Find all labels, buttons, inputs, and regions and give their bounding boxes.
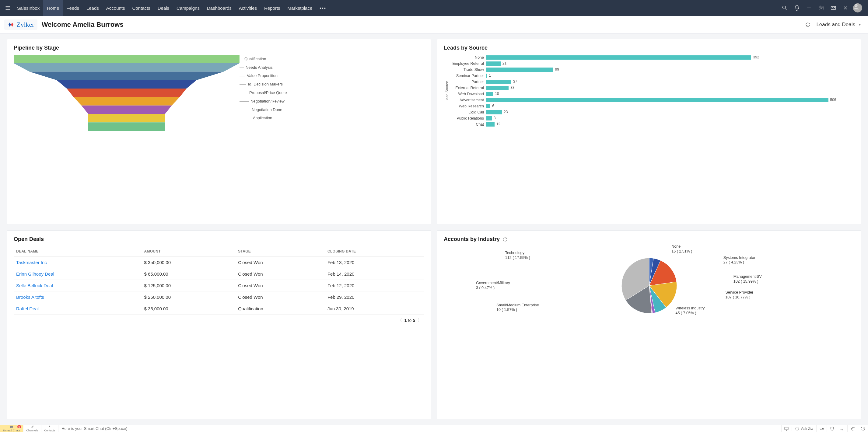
bell-icon[interactable]	[791, 2, 802, 13]
nav-item-campaigns[interactable]: Campaigns	[173, 0, 203, 16]
nav-item-contacts[interactable]: Contacts	[129, 0, 154, 16]
bar-fill	[486, 98, 829, 102]
bar-label: Cold Call	[451, 110, 486, 114]
funnel-chart	[14, 55, 240, 131]
bar-value: 33	[508, 86, 514, 90]
svg-text:31: 31	[820, 8, 822, 9]
deal-amount: $ 35,000.00	[142, 303, 236, 314]
top-nav: SalesInboxHomeFeedsLeadsAccountsContacts…	[0, 0, 868, 16]
bar-fill	[486, 68, 553, 72]
dashboard: Pipeline by Stage QualificationNeeds Ana…	[0, 33, 868, 425]
svg-marker-6	[14, 63, 240, 72]
search-icon[interactable]	[779, 2, 790, 13]
bar-fill	[486, 55, 751, 60]
funnel-stage-label: Negotiation Done	[240, 107, 282, 112]
nav-item-marketplace[interactable]: Marketplace	[284, 0, 316, 16]
nav-item-reports[interactable]: Reports	[260, 0, 284, 16]
sub-header: Zylker Welcome Amelia Burrows Leads and …	[0, 16, 868, 33]
nav-item-leads[interactable]: Leads	[83, 0, 102, 16]
bar-chart: None392Employee Referral21Trade Show99Se…	[451, 55, 854, 128]
bar-value: 6	[490, 104, 494, 108]
svg-marker-8	[57, 80, 196, 89]
svg-marker-7	[30, 72, 224, 80]
funnel-stage-label: Needs Analysis	[240, 65, 273, 70]
funnel-stage-label: Qualification	[240, 57, 266, 61]
table-header: AMOUNT	[142, 246, 236, 257]
nav-more[interactable]: •••	[316, 5, 330, 11]
svg-marker-5	[14, 55, 240, 63]
plus-icon[interactable]	[804, 2, 814, 13]
table-row: Raftel Deal$ 35,000.00QualificationJun 3…	[14, 303, 424, 314]
nav-item-deals[interactable]: Deals	[154, 0, 173, 16]
bar-value: 1	[487, 73, 491, 77]
nav-item-salesinbox[interactable]: SalesInbox	[13, 0, 43, 16]
deal-amount: $ 125,000.00	[142, 280, 236, 292]
pager-current: 1	[404, 318, 407, 323]
deal-name-link[interactable]: Raftel Deal	[14, 303, 142, 314]
bar-row: Web Download10	[451, 91, 851, 97]
table-row: Brooks Altofts$ 250,000.00Closed WonFeb …	[14, 292, 424, 303]
nav-item-feeds[interactable]: Feeds	[63, 0, 83, 16]
calendar-icon[interactable]: 31	[816, 2, 827, 13]
table-row: Taskmaster Inc$ 350,000.00Closed WonFeb …	[14, 257, 424, 268]
deal-name-link[interactable]: Taskmaster Inc	[14, 257, 142, 268]
nav-item-activities[interactable]: Activities	[235, 0, 260, 16]
view-select[interactable]: Leads and Deals ▾	[816, 22, 864, 28]
nav-item-accounts[interactable]: Accounts	[102, 0, 129, 16]
hamburger-icon[interactable]	[2, 2, 13, 13]
deal-name-link[interactable]: Brooks Altofts	[14, 292, 142, 303]
tools-icon[interactable]	[840, 2, 851, 13]
bar-row: Web Research6	[451, 103, 851, 109]
table-row: Selle Bellock Deal$ 125,000.00Closed Won…	[14, 280, 424, 292]
bar-value: 12	[495, 122, 500, 126]
refresh-icon[interactable]	[804, 21, 811, 28]
bar-value: 99	[553, 67, 559, 71]
pie-chart: None16 ( 2.51% )Systems Integrator27 ( 4…	[444, 246, 854, 325]
deal-closing: Feb 29, 2020	[325, 292, 424, 303]
bar-label: Chat	[451, 122, 486, 127]
bar-row: Trade Show99	[451, 67, 851, 72]
pie-slice-label: Service Provider107 ( 16.77% )	[725, 291, 753, 300]
nav-item-home[interactable]: Home	[43, 0, 63, 16]
deal-amount: $ 350,000.00	[142, 257, 236, 268]
card-pipeline-by-stage: Pipeline by Stage QualificationNeeds Ana…	[7, 39, 431, 225]
page-title: Welcome Amelia Burrows	[42, 21, 124, 29]
nav-item-dashboards[interactable]: Dashboards	[203, 0, 235, 16]
deal-closing: Feb 13, 2020	[325, 257, 424, 268]
bar-label: External Referral	[451, 86, 486, 90]
pager-prev[interactable]: 〈	[397, 318, 403, 323]
deal-stage: Closed Won	[236, 280, 325, 292]
refresh-icon[interactable]	[502, 236, 508, 242]
brand-logo[interactable]: Zylker	[4, 20, 37, 30]
pie-slice-label: Technology112 ( 17.55% )	[505, 251, 530, 260]
bar-value: 37	[511, 79, 517, 84]
pager-total: 5	[413, 318, 415, 323]
svg-marker-11	[82, 106, 172, 114]
pie-slice-label: Wireless Industry45 ( 7.05% )	[675, 306, 705, 316]
table-header: DEAL NAME	[14, 246, 142, 257]
deal-amount: $ 250,000.00	[142, 292, 236, 303]
bar-row: Cold Call23	[451, 109, 851, 115]
funnel-stage-label: Proposal/Price Quote	[240, 90, 287, 95]
brand-text: Zylker	[17, 21, 34, 29]
bar-row: External Referral33	[451, 85, 851, 91]
bar-row: Chat12	[451, 122, 851, 127]
table-header: CLOSING DATE	[325, 246, 424, 257]
bar-label: Seminar Partner	[451, 74, 486, 78]
bar-value: 10	[493, 92, 499, 96]
funnel-stage-label: Negotiation/Review	[240, 99, 285, 103]
avatar[interactable]	[852, 2, 863, 13]
deal-name-link[interactable]: Erinn Gilhooy Deal	[14, 268, 142, 280]
bar-label: None	[451, 55, 486, 60]
svg-point-0	[782, 6, 785, 9]
mail-icon[interactable]	[828, 2, 839, 13]
bar-label: Employee Referral	[451, 62, 486, 66]
pager-next[interactable]: 〉	[416, 318, 423, 323]
card-title: Pipeline by Stage	[14, 45, 424, 51]
pie-slice-label: None16 ( 2.51% )	[672, 244, 692, 254]
svg-marker-10	[74, 97, 180, 106]
deal-name-link[interactable]: Selle Bellock Deal	[14, 280, 142, 292]
svg-marker-9	[67, 89, 186, 97]
bar-fill	[486, 92, 493, 96]
axis-label: Lead Source	[445, 81, 449, 102]
